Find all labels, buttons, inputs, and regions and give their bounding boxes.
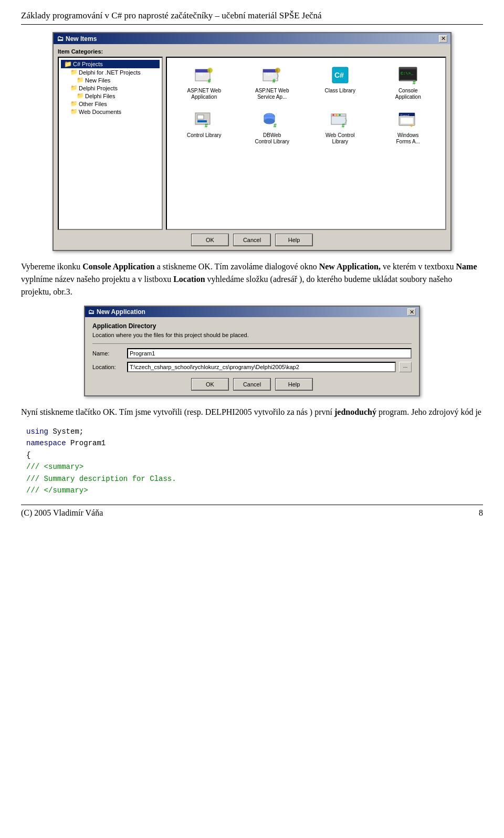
- tree-label-csharp: C# Projects: [73, 61, 103, 67]
- svg-rect-19: [197, 120, 207, 122]
- web-control-library-label: Web ControlLibrary: [326, 132, 354, 145]
- folder-icon-other-files: 📁: [70, 100, 78, 107]
- dialog1-ok-button[interactable]: OK: [192, 234, 228, 246]
- icon-console-application[interactable]: C:\>_ # ConsoleApplication: [375, 62, 442, 102]
- icon-control-library[interactable]: # Control Library: [171, 107, 237, 147]
- tree-label-web-docs: Web Documents: [79, 109, 121, 115]
- code-normal-program1: Program1: [66, 439, 106, 447]
- folder-icon-web-docs: 📁: [70, 108, 78, 115]
- web-control-library-icon: #: [329, 109, 351, 131]
- svg-text:#: #: [205, 123, 208, 129]
- class-library-icon: C#: [329, 64, 351, 86]
- code-normal-system: System;: [48, 427, 83, 436]
- code-line-3: {: [26, 449, 483, 461]
- dialog2-title: New Application: [97, 308, 145, 316]
- icon-dbweb-control-library[interactable]: # DBWebControl Library: [239, 107, 306, 147]
- icon-class-library[interactable]: C# Class Library: [307, 62, 373, 102]
- location-label: Location:: [92, 364, 124, 370]
- body-text-before: Vybereme ikonku: [21, 262, 82, 271]
- tree-item-delphi-projects[interactable]: 📁 Delphi Projects: [61, 84, 160, 92]
- tree-item-csharp[interactable]: 📁 C# Projects: [61, 60, 160, 68]
- code-comment-summary-desc: /// Summary description for Class.: [26, 475, 176, 483]
- tree-item-web-docs[interactable]: 📁 Web Documents: [61, 108, 160, 116]
- tree-label-new-files: New Files: [85, 77, 110, 83]
- tree-panel: 📁 C# Projects 📁 Delphi for .NET Projects…: [58, 57, 163, 230]
- location-input[interactable]: [127, 362, 396, 372]
- tree-item-new-files[interactable]: 📁 New Files: [61, 76, 160, 84]
- icon-windows-forms[interactable]: Form1 ✦ WindowsForms A...: [375, 107, 442, 147]
- icon-aspnet-web-app[interactable]: .NET # ASP.NET WebApplication: [171, 62, 237, 102]
- tree-label-delphi-projects: Delphi Projects: [79, 85, 118, 91]
- tree-label-delphi-files: Delphi Files: [85, 93, 115, 99]
- icons-grid: .NET # ASP.NET WebApplication: [171, 62, 441, 147]
- new-application-dialog: 🗂 New Application ✕ Application Director…: [84, 306, 420, 396]
- dialog2-close-button[interactable]: ✕: [407, 308, 416, 316]
- code-line-6: /// </summary>: [26, 485, 483, 496]
- dialog-close-button[interactable]: ✕: [439, 35, 447, 43]
- svg-text:C:\>_: C:\>_: [401, 71, 413, 76]
- categories-label: Item Categories:: [58, 48, 446, 55]
- tree-item-delphi-net[interactable]: 📁 Delphi for .NET Projects: [61, 68, 160, 76]
- dialog-titlebar: 🗂 New Items ✕: [54, 33, 450, 44]
- code-block: using System; namespace Program1 { /// <…: [21, 426, 483, 496]
- dialog2-help-button[interactable]: Help: [276, 379, 312, 390]
- svg-text:#: #: [413, 80, 416, 85]
- name-input[interactable]: [127, 348, 412, 359]
- body-bold-new-app: New Application,: [319, 262, 381, 271]
- location-field-row: Location: ···: [92, 362, 412, 372]
- body-bold-jednoduch: jednoduchý: [334, 407, 376, 416]
- dialog2-section-title: Application Directory: [92, 322, 412, 330]
- aspnet-web-service-icon: .NET #: [261, 64, 283, 86]
- body-bold-location: Location: [173, 275, 205, 284]
- code-keyword-namespace: namespace: [26, 439, 66, 447]
- aspnet-web-app-label: ASP.NET WebApplication: [187, 88, 221, 100]
- windows-forms-label: WindowsForms A...: [396, 132, 420, 145]
- dialog2-cancel-button[interactable]: Cancel: [234, 379, 270, 390]
- tree-item-delphi-files[interactable]: 📁 Delphi Files: [61, 92, 160, 100]
- code-line-4: /// <summary>: [26, 461, 483, 473]
- body-text-mid: a stiskneme OK. Tím zavoláme dialogové o…: [155, 262, 319, 271]
- svg-text:✦: ✦: [410, 123, 414, 129]
- dialog2-buttons: OK Cancel Help: [92, 379, 412, 390]
- svg-text:#: #: [208, 78, 211, 84]
- tree-label-other-files: Other Files: [79, 101, 107, 107]
- dialog1-cancel-button[interactable]: Cancel: [234, 234, 270, 246]
- dialog2-ok-button[interactable]: OK: [192, 379, 228, 390]
- svg-text:C#: C#: [334, 71, 344, 79]
- console-application-label: ConsoleApplication: [395, 88, 421, 100]
- svg-text:.NET: .NET: [197, 72, 206, 76]
- code-comment-summary-close: /// </summary>: [26, 486, 88, 495]
- console-application-icon: C:\>_ #: [397, 64, 419, 86]
- dialog1-help-button[interactable]: Help: [276, 234, 312, 246]
- name-label: Name:: [92, 350, 124, 357]
- dialog-title: New Items: [66, 35, 97, 43]
- code-normal-brace-open: {: [26, 451, 30, 459]
- footer-page-number: 8: [479, 508, 483, 518]
- svg-point-9: [275, 68, 280, 73]
- folder-icon-delphi-net: 📁: [70, 69, 78, 76]
- svg-point-27: [335, 114, 338, 116]
- new-items-dialog: 🗂 New Items ✕ Item Categories: 📁 C# Proj…: [52, 32, 452, 251]
- dialog-body: Item Categories: 📁 C# Projects 📁 Delphi …: [54, 44, 450, 250]
- body-paragraph-2: Nyní stiskneme tlačítko OK. Tím jsme vyt…: [21, 406, 483, 418]
- dialog2-body: Application Directory Location where you…: [85, 317, 419, 395]
- dialog1-buttons: OK Cancel Help: [58, 234, 446, 246]
- aspnet-web-service-label: ASP.NET WebService Ap...: [255, 88, 289, 100]
- location-browse-button[interactable]: ···: [399, 362, 412, 372]
- folder-icon-delphi-files: 📁: [77, 92, 84, 99]
- dialog2-icon: 🗂: [88, 308, 94, 316]
- control-library-label: Control Library: [187, 132, 222, 139]
- code-keyword-using: using: [26, 427, 48, 436]
- code-line-1: using System;: [26, 426, 483, 437]
- icon-web-control-library[interactable]: # Web ControlLibrary: [307, 107, 373, 147]
- tree-item-other-files[interactable]: 📁 Other Files: [61, 100, 160, 108]
- dialog2-section-desc: Location where you the files for this pr…: [92, 332, 412, 338]
- code-line-5: /// Summary description for Class.: [26, 473, 483, 485]
- svg-text:#: #: [272, 78, 276, 84]
- page-title: Základy programování v C# pro naprosté z…: [21, 11, 483, 25]
- tree-label-delphi-net: Delphi for .NET Projects: [79, 69, 141, 76]
- icon-aspnet-web-service[interactable]: .NET # ASP.NET WebService Ap...: [239, 62, 306, 102]
- class-library-label: Class Library: [325, 88, 355, 94]
- windows-forms-icon: Form1 ✦: [397, 109, 419, 131]
- code-line-2: namespace Program1: [26, 437, 483, 449]
